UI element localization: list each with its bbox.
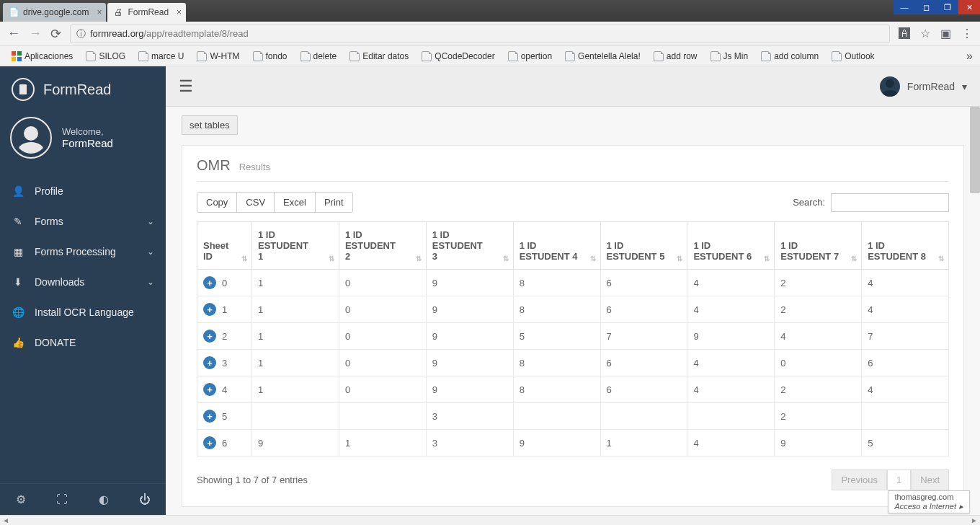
fullscreen-button[interactable]: ⛶	[42, 483, 84, 515]
sidebar-item-downloads[interactable]: ⬇Downloads⌄	[0, 267, 166, 297]
bookmark-item[interactable]: SILOG	[81, 50, 130, 63]
table-cell: 5	[862, 430, 949, 456]
pager-page-number[interactable]: 1	[887, 469, 911, 490]
bookmark-item[interactable]: fondo	[249, 50, 292, 63]
panel-title-sub: Results	[239, 162, 270, 172]
bookmark-item[interactable]: add column	[757, 50, 823, 63]
table-cell: 6	[600, 270, 687, 296]
settings-button[interactable]: ⚙	[0, 483, 42, 515]
expand-row-button[interactable]: +	[203, 410, 216, 423]
expand-row-button[interactable]: +	[203, 356, 216, 369]
sidebar-item-install-ocr-language[interactable]: 🌐Install OCR Language	[0, 297, 166, 327]
expand-row-button[interactable]: +	[203, 303, 216, 316]
copy-button[interactable]: Copy	[197, 193, 237, 212]
table-cell: 0	[339, 270, 426, 296]
bookmark-item[interactable]: opertion	[504, 50, 556, 63]
window-horizontal-scrollbar[interactable]: ◄ ►	[0, 515, 980, 525]
minimize-button[interactable]: —	[894, 0, 915, 14]
menu-toggle-button[interactable]: ☰	[179, 77, 193, 96]
table-cell: 6	[600, 350, 687, 376]
bookmark-item[interactable]: Js Min	[706, 50, 753, 63]
close-icon[interactable]: ×	[177, 7, 182, 17]
main-area: ☰ FormRead ▾ set tables OMR Results Copy…	[166, 66, 980, 515]
bookmark-item[interactable]: Outlook	[827, 50, 878, 63]
table-cell: 4	[687, 376, 775, 403]
pager-previous-button[interactable]: Previous	[832, 469, 887, 490]
column-header[interactable]: 1 IDESTUDENT3⇅	[426, 222, 513, 270]
excel-button[interactable]: Excel	[275, 193, 316, 212]
csv-button[interactable]: CSV	[237, 193, 275, 212]
topbar: ☰ FormRead ▾	[166, 66, 980, 107]
table-cell: 0	[339, 350, 426, 376]
column-header[interactable]: 1 IDESTUDENT 5⇅	[600, 222, 687, 270]
column-header[interactable]: 1 IDESTUDENT 7⇅	[775, 222, 862, 270]
bookmark-item[interactable]: Gentelella Alela!	[561, 50, 645, 63]
browser-tab-drive[interactable]: 📄 drive.google.com ×	[3, 3, 106, 22]
table-row: +110986424	[197, 296, 949, 323]
table-cell: +0	[197, 270, 252, 296]
table-cell: 8	[513, 270, 600, 296]
restore-button[interactable]: ❐	[937, 0, 958, 14]
panel-omr: OMR Results CopyCSVExcelPrint Search: Sh…	[182, 145, 964, 507]
expand-row-button[interactable]: +	[203, 383, 216, 396]
url-host: formread.org	[90, 28, 143, 39]
browser-tab-formread[interactable]: 🖨 FormRead ×	[107, 3, 186, 22]
menu-icon[interactable]: ⋮	[961, 27, 973, 40]
maximize-button[interactable]: ◻	[915, 0, 937, 14]
bookmark-item[interactable]: add row	[649, 50, 702, 63]
bookmark-item[interactable]: marce U	[134, 50, 188, 63]
thumbs-up-icon: 👍	[12, 337, 24, 348]
bookmark-item[interactable]: delete	[296, 50, 342, 63]
close-button[interactable]: ✕	[958, 0, 980, 14]
column-header[interactable]: 1 IDESTUDENT 6⇅	[687, 222, 775, 270]
eye-button[interactable]: ◐	[83, 483, 125, 515]
window-titlebar: 📄 drive.google.com × 🖨 FormRead × — ◻ ❐ …	[0, 0, 980, 22]
bookmark-item[interactable]: QCodeDecoder	[417, 50, 499, 63]
close-icon[interactable]: ×	[97, 7, 102, 17]
table-cell: 8	[513, 350, 600, 376]
column-header[interactable]: 1 IDESTUDENT1⇅	[252, 222, 339, 270]
sidebar-item-forms[interactable]: ✎Forms⌄	[0, 206, 166, 237]
table-row: +410986424	[197, 376, 949, 403]
bookmark-item[interactable]: Editar datos	[345, 50, 413, 63]
cast-icon[interactable]: ▣	[940, 27, 951, 40]
expand-row-button[interactable]: +	[203, 330, 216, 343]
reload-button[interactable]: ⟳	[50, 26, 61, 42]
translate-icon[interactable]: 🅰	[899, 27, 910, 40]
sort-icon: ⇅	[764, 255, 770, 262]
bookmarks-overflow[interactable]: »	[966, 50, 973, 63]
print-button[interactable]: Print	[316, 193, 352, 212]
edit-icon: ✎	[12, 216, 24, 227]
expand-row-button[interactable]: +	[203, 436, 216, 449]
forward-button[interactable]: →	[29, 26, 42, 41]
pager-next-button[interactable]: Next	[911, 469, 949, 490]
app-logo[interactable]: FormRead	[0, 66, 166, 110]
sort-icon: ⇅	[241, 255, 247, 262]
table-cell: 3	[426, 403, 513, 430]
topbar-user[interactable]: FormRead ▾	[880, 76, 967, 97]
bookmark-apps[interactable]: Aplicaciones	[7, 50, 77, 63]
star-icon[interactable]: ☆	[920, 27, 930, 40]
info-icon: ⓘ	[76, 27, 86, 40]
table-cell: 4	[775, 323, 862, 350]
column-header[interactable]: 1 IDESTUDENT 4⇅	[513, 222, 600, 270]
bookmark-item[interactable]: W-HTM	[192, 50, 244, 63]
welcome-label: Welcome,	[62, 126, 113, 137]
back-button[interactable]: ←	[7, 26, 20, 41]
set-tables-button[interactable]: set tables	[182, 115, 238, 135]
scroll-left-icon[interactable]: ◄	[0, 516, 12, 526]
sidebar-item-forms-processing[interactable]: ▦Forms Processing⌄	[0, 237, 166, 267]
address-bar[interactable]: ⓘ formread.org/app/readtemplate/8/read	[70, 25, 890, 43]
search-input[interactable]	[831, 193, 949, 212]
column-header[interactable]: 1 IDESTUDENT 8⇅	[862, 222, 949, 270]
sidebar-item-label: Forms	[35, 216, 63, 227]
power-button[interactable]: ⏻	[125, 483, 166, 515]
table-cell: 9	[426, 296, 513, 323]
column-header[interactable]: 1 IDESTUDENT2⇅	[339, 222, 426, 270]
sidebar-item-profile[interactable]: 👤Profile	[0, 176, 166, 206]
expand-row-button[interactable]: +	[203, 276, 216, 289]
browser-tabs: 📄 drive.google.com × 🖨 FormRead ×	[0, 0, 894, 22]
column-header[interactable]: SheetID⇅	[197, 222, 252, 270]
sidebar-item-donate[interactable]: 👍DONATE	[0, 327, 166, 358]
scroll-right-icon[interactable]: ►	[968, 516, 980, 526]
